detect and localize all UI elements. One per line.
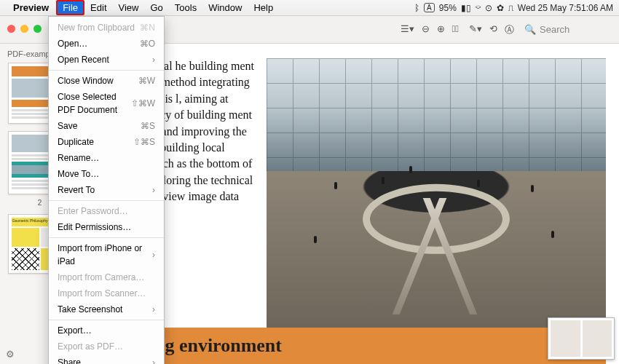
file-menu-item[interactable]: Duplicate⇧⌘S (49, 134, 164, 150)
file-menu-item[interactable]: Open…⌘O (49, 36, 164, 52)
file-menu-item[interactable]: Open Recent› (49, 52, 164, 68)
menu-tools[interactable]: Tools (169, 1, 202, 15)
window-traffic-lights (7, 25, 42, 33)
file-menu-item: New from Clipboard⌘N (49, 20, 164, 36)
menu-go[interactable]: Go (144, 1, 168, 15)
toolbar-search[interactable]: 🔍 Search (524, 23, 612, 36)
minimize-window-button[interactable] (20, 25, 28, 33)
menu-window[interactable]: Window (202, 1, 248, 15)
a-icon[interactable]: A (424, 3, 435, 12)
datetime[interactable]: Wed 25 May 7:51:06 AM (518, 3, 613, 13)
file-menu-item[interactable]: Rename… (49, 150, 164, 166)
zoom-window-button[interactable] (33, 25, 42, 33)
toolbar-icons: ☰▾ ⊖ ⊕ ⇧⃞ ✎▾ ⟲ Ⓐ 🔍 Search (401, 23, 612, 36)
file-menu-item[interactable]: Export… (49, 323, 164, 339)
file-menu-item[interactable]: Import from iPhone or iPad› (49, 240, 164, 269)
macos-menubar: Preview File Edit View Go Tools Window H… (0, 0, 619, 16)
status-icon-2[interactable]: ✿ (497, 3, 504, 13)
wifi-icon[interactable]: ⌔ (476, 3, 481, 13)
highlight-icon[interactable]: ✎▾ (469, 23, 482, 36)
sidebar-gear-icon[interactable]: ⚙︎ (6, 349, 15, 360)
file-menu-item: Export as PDF… (49, 339, 164, 355)
battery-percentage: 95% (439, 3, 457, 13)
control-center-icon[interactable]: ⎍ (508, 3, 513, 13)
file-menu-item[interactable]: Close Selected PDF Document⇧⌘W (49, 89, 164, 118)
menubar-right: ᛒ A 95% ▮▯ ⌔ ⊙ ✿ ⎍ Wed 25 May 7:51:06 AM (414, 3, 613, 13)
file-menu-item[interactable]: Take Screenshot› (49, 301, 164, 317)
search-icon: 🔍 (524, 24, 536, 35)
status-icon-1[interactable]: ⊙ (485, 3, 492, 13)
section-banner: Building environment (95, 328, 606, 364)
share-icon[interactable]: ⇧⃞ (452, 23, 460, 36)
file-menu-item: Import from Scanner… (49, 285, 164, 301)
battery-icon[interactable]: ▮▯ (461, 3, 471, 13)
bluetooth-icon[interactable]: ᛒ (414, 3, 419, 13)
zoom-out-icon[interactable]: ⊖ (422, 23, 430, 36)
file-menu-item: Enter Password… (49, 203, 164, 219)
zoom-in-icon[interactable]: ⊕ (437, 23, 445, 36)
file-menu-dropdown: New from Clipboard⌘NOpen…⌘OOpen Recent›C… (48, 16, 165, 364)
menu-help[interactable]: Help (248, 1, 279, 15)
close-window-button[interactable] (7, 25, 15, 33)
sidebar-toggle-icon[interactable]: ☰▾ (401, 23, 414, 36)
page-minimap[interactable] (548, 317, 615, 360)
app-title: Preview (13, 2, 49, 13)
file-menu-item[interactable]: Save⌘S (49, 118, 164, 134)
menu-view[interactable]: View (113, 1, 145, 15)
file-menu-item[interactable]: Move To… (49, 166, 164, 182)
markup-icon[interactable]: Ⓐ (505, 23, 514, 36)
file-menu-item[interactable]: Edit Permissions… (49, 219, 164, 235)
menu-edit[interactable]: Edit (84, 1, 112, 15)
file-menu-item[interactable]: Close Window⌘W (49, 73, 164, 89)
architecture-photo (267, 58, 606, 328)
file-menu-item: Import from Camera… (49, 269, 164, 285)
menu-file[interactable]: File (56, 0, 84, 15)
file-menu-item[interactable]: Revert To› (49, 182, 164, 198)
search-placeholder: Search (540, 24, 569, 35)
rotate-icon[interactable]: ⟲ (489, 23, 497, 36)
file-menu-item[interactable]: Share› (49, 355, 164, 364)
